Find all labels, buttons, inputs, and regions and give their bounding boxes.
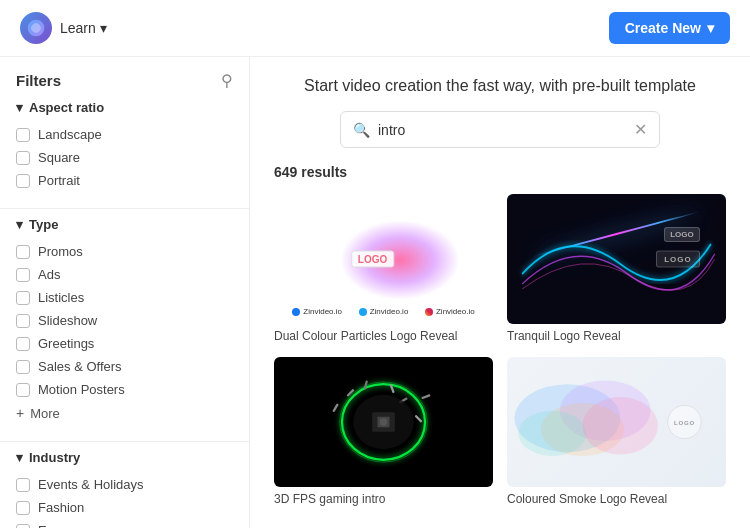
filter-sales-offers[interactable]: Sales & Offers <box>16 355 233 378</box>
square-checkbox[interactable] <box>16 151 30 165</box>
search-clear-icon[interactable]: ✕ <box>634 120 647 139</box>
sidebar-header: Filters ⚲ <box>0 57 249 100</box>
slideshow-label: Slideshow <box>38 313 97 328</box>
template-card-dual-colour[interactable]: Zinvideo.io Zinvideo.io Zinvideo.io Dual… <box>274 194 493 343</box>
filter-slideshow[interactable]: Slideshow <box>16 309 233 332</box>
header-left: Learn ▾ <box>20 12 107 44</box>
template-card-fps[interactable]: 3D FPS gaming intro <box>274 357 493 506</box>
ig-label: Zinvideo.io <box>436 307 475 316</box>
ecommerce-checkbox[interactable] <box>16 524 30 529</box>
sidebar-search-icon[interactable]: ⚲ <box>221 71 233 90</box>
filter-portrait[interactable]: Portrait <box>16 169 233 192</box>
industry-title[interactable]: ▾ Industry <box>16 450 233 465</box>
template-name-dual-colour: Dual Colour Particles Logo Reveal <box>274 329 493 343</box>
motion-posters-label: Motion Posters <box>38 382 125 397</box>
filter-greetings[interactable]: Greetings <box>16 332 233 355</box>
slideshow-checkbox[interactable] <box>16 314 30 328</box>
aspect-ratio-chevron: ▾ <box>16 100 23 115</box>
create-new-button[interactable]: Create New ▾ <box>609 12 730 44</box>
industry-chevron: ▾ <box>16 450 23 465</box>
ads-label: Ads <box>38 267 60 282</box>
tranquil-logo-badge: LOGO <box>656 251 700 268</box>
logo-icon <box>20 12 52 44</box>
svg-rect-6 <box>332 403 338 412</box>
filter-square[interactable]: Square <box>16 146 233 169</box>
industry-section: ▾ Industry Events & Holidays Fashion Eco… <box>0 450 249 528</box>
learn-chevron: ▾ <box>100 20 107 36</box>
aspect-ratio-section: ▾ Aspect ratio Landscape Square Portrait <box>0 100 249 200</box>
fb-label: Zinvideo.io <box>303 307 342 316</box>
svg-text:LOGO: LOGO <box>674 420 695 426</box>
landscape-checkbox[interactable] <box>16 128 30 142</box>
filter-events-holidays[interactable]: Events & Holidays <box>16 473 233 496</box>
events-holidays-checkbox[interactable] <box>16 478 30 492</box>
type-label: Type <box>29 217 58 232</box>
template-name-tranquil: Tranquil Logo Reveal <box>507 329 726 343</box>
events-holidays-label: Events & Holidays <box>38 477 144 492</box>
template-thumb-tranquil: LOGO <box>507 194 726 324</box>
svg-rect-7 <box>415 415 423 423</box>
aspect-ratio-label: Aspect ratio <box>29 100 104 115</box>
more-button[interactable]: + More <box>16 401 60 425</box>
sales-offers-checkbox[interactable] <box>16 360 30 374</box>
ecommerce-label: Ecommerce <box>38 523 107 528</box>
more-plus-icon: + <box>16 405 24 421</box>
learn-button[interactable]: Learn ▾ <box>60 20 107 36</box>
social-pill-tw: Zinvideo.io <box>351 305 417 318</box>
portrait-label: Portrait <box>38 173 80 188</box>
listicles-checkbox[interactable] <box>16 291 30 305</box>
square-label: Square <box>38 150 80 165</box>
divider-2 <box>0 441 249 442</box>
filter-ads[interactable]: Ads <box>16 263 233 286</box>
fashion-checkbox[interactable] <box>16 501 30 515</box>
search-input[interactable] <box>378 122 634 138</box>
template-name-smoke: Coloured Smoke Logo Reveal <box>507 492 726 506</box>
social-bar-1: Zinvideo.io Zinvideo.io Zinvideo.io <box>274 305 493 318</box>
ads-checkbox[interactable] <box>16 268 30 282</box>
svg-point-18 <box>583 397 659 454</box>
instagram-icon <box>425 308 433 316</box>
search-bar: 🔍 ✕ <box>340 111 660 148</box>
portrait-checkbox[interactable] <box>16 174 30 188</box>
greetings-checkbox[interactable] <box>16 337 30 351</box>
motion-posters-checkbox[interactable] <box>16 383 30 397</box>
fashion-label: Fashion <box>38 500 84 515</box>
type-section: ▾ Type Promos Ads Listicles Slideshow <box>0 217 249 433</box>
social-pill-ig: Zinvideo.io <box>417 305 483 318</box>
template-thumb-smoke: LOGO <box>507 357 726 487</box>
filter-promos[interactable]: Promos <box>16 240 233 263</box>
facebook-icon <box>292 308 300 316</box>
twitter-icon <box>359 308 367 316</box>
main-layout: Filters ⚲ ▾ Aspect ratio Landscape Squar… <box>0 57 750 528</box>
results-count: 649 results <box>274 164 726 180</box>
aspect-ratio-title[interactable]: ▾ Aspect ratio <box>16 100 233 115</box>
sales-offers-label: Sales & Offers <box>38 359 122 374</box>
type-title[interactable]: ▾ Type <box>16 217 233 232</box>
svg-rect-9 <box>421 394 430 399</box>
landscape-label: Landscape <box>38 127 102 142</box>
filter-listicles[interactable]: Listicles <box>16 286 233 309</box>
sidebar-title: Filters <box>16 72 61 89</box>
search-icon: 🔍 <box>353 122 370 138</box>
main-headline: Start video creation the fast way, with … <box>274 77 726 95</box>
filter-ecommerce[interactable]: Ecommerce <box>16 519 233 528</box>
promos-checkbox[interactable] <box>16 245 30 259</box>
sidebar: Filters ⚲ ▾ Aspect ratio Landscape Squar… <box>0 57 250 528</box>
divider-1 <box>0 208 249 209</box>
template-thumb-fps <box>274 357 493 487</box>
create-new-label: Create New <box>625 20 701 36</box>
template-card-smoke[interactable]: LOGO Coloured Smoke Logo Reveal <box>507 357 726 506</box>
filter-fashion[interactable]: Fashion <box>16 496 233 519</box>
template-card-tranquil[interactable]: LOGO Tranquil Logo Reveal <box>507 194 726 343</box>
template-name-fps: 3D FPS gaming intro <box>274 492 493 506</box>
greetings-label: Greetings <box>38 336 94 351</box>
svg-point-17 <box>518 411 586 456</box>
learn-label: Learn <box>60 20 96 36</box>
filter-motion-posters[interactable]: Motion Posters <box>16 378 233 401</box>
template-thumb-dual-colour: Zinvideo.io Zinvideo.io Zinvideo.io <box>274 194 493 324</box>
social-pill-fb: Zinvideo.io <box>284 305 350 318</box>
svg-rect-8 <box>363 380 368 389</box>
main-content: Start video creation the fast way, with … <box>250 57 750 528</box>
filter-landscape[interactable]: Landscape <box>16 123 233 146</box>
more-label: More <box>30 406 60 421</box>
